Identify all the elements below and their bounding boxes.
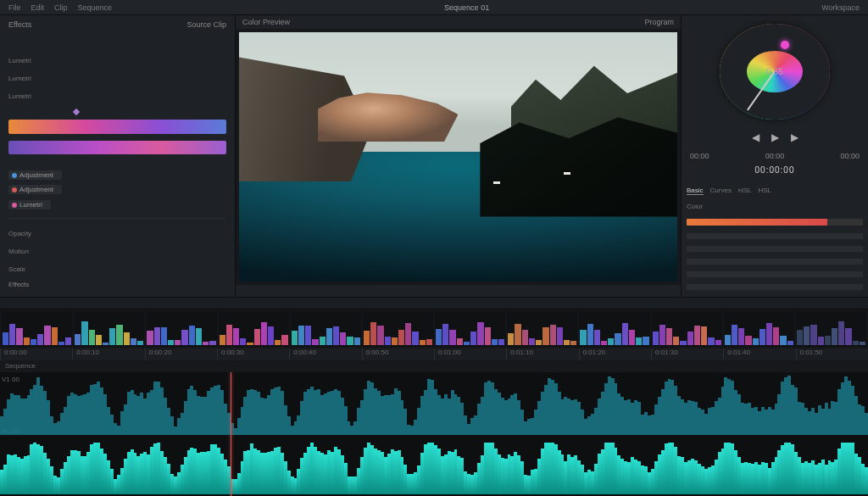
track-label: Sequence — [0, 360, 868, 372]
workspace-label[interactable]: Workspace — [821, 3, 860, 12]
program-monitor: Color Preview Program — [236, 15, 682, 297]
tab-basic[interactable]: Basic — [687, 187, 704, 195]
param-row[interactable]: Lumetri — [8, 90, 226, 103]
tc-in: 00:00 — [690, 152, 709, 160]
keyframe-lane[interactable] — [8, 108, 226, 114]
tab-hsl[interactable]: HSL — [738, 187, 752, 195]
exposure-slider[interactable] — [687, 219, 863, 226]
timecode-display[interactable]: 00:00:00 — [687, 165, 863, 175]
param-row[interactable]: Lumetri — [8, 54, 226, 67]
effect-chip[interactable]: Adjustment — [8, 170, 226, 180]
timeline-panel: 0:00:000:00:100:00:200:00:300:00:400:00:… — [0, 297, 868, 496]
playhead[interactable] — [231, 372, 231, 496]
menu-file[interactable]: File — [8, 3, 21, 12]
menu-sequence[interactable]: Sequence — [78, 3, 113, 12]
color-section-label: Color — [687, 200, 863, 213]
source-tab[interactable]: Source Clip — [186, 20, 226, 29]
effects-panel: Effects Source Clip Lumetri Lumetri Lume… — [0, 15, 236, 297]
tc-mid: 00:00 — [765, 152, 785, 160]
tab-hsl2[interactable]: HSL — [758, 187, 771, 195]
param-slider[interactable] — [687, 259, 863, 265]
transport-controls: ◀ ▶ ▶ — [687, 131, 863, 143]
color-wheel[interactable]: 0.85 — [720, 24, 830, 120]
color-tabs: Basic Curves HSL HSL — [687, 185, 863, 197]
wheel-value: 0.85 — [766, 67, 782, 76]
color-panel: 0.85 ◀ ▶ ▶ 00:00 00:00 00:00 00:00:00 Ba… — [682, 15, 868, 297]
video-track[interactable] — [0, 309, 868, 348]
timecode-track: 0:00:000:00:100:00:200:00:300:00:400:00:… — [0, 348, 868, 360]
param-slider[interactable] — [687, 284, 863, 290]
param-slider[interactable] — [687, 246, 863, 252]
time-ruler[interactable] — [0, 298, 868, 309]
next-icon[interactable]: ▶ — [791, 131, 798, 143]
tc-out: 00:00 — [840, 152, 860, 160]
param-row[interactable]: Scale — [8, 263, 226, 276]
prev-icon[interactable]: ◀ — [752, 131, 760, 143]
top-menubar: File Edit Clip Sequence Sequence 01 Work… — [0, 0, 868, 15]
play-icon[interactable]: ▶ — [771, 131, 779, 143]
preview-frame[interactable] — [239, 32, 677, 281]
param-row[interactable]: Motion — [8, 245, 226, 258]
gradient-preview[interactable] — [8, 141, 226, 154]
param-row[interactable]: Lumetri — [8, 72, 226, 85]
viewer-tab-right[interactable]: Program — [644, 18, 674, 26]
panel-footer: Effects — [8, 281, 226, 292]
menu-edit[interactable]: Edit — [31, 3, 45, 12]
viewer-tab-left[interactable]: Color Preview — [242, 18, 290, 26]
param-slider[interactable] — [687, 271, 863, 277]
effect-chip[interactable]: Adjustment — [8, 185, 226, 194]
effects-tab[interactable]: Effects — [8, 20, 31, 29]
window-title: Sequence 01 — [122, 3, 811, 12]
tab-curves[interactable]: Curves — [710, 187, 732, 195]
audio-tracks[interactable]: V1 00 A1 00 — [0, 372, 868, 496]
param-row[interactable]: Opacity — [8, 227, 226, 240]
menu-clip[interactable]: Clip — [54, 3, 68, 12]
effect-chip[interactable]: Lumetri — [8, 200, 226, 209]
gradient-preview[interactable] — [8, 120, 226, 133]
param-slider[interactable] — [687, 233, 863, 239]
